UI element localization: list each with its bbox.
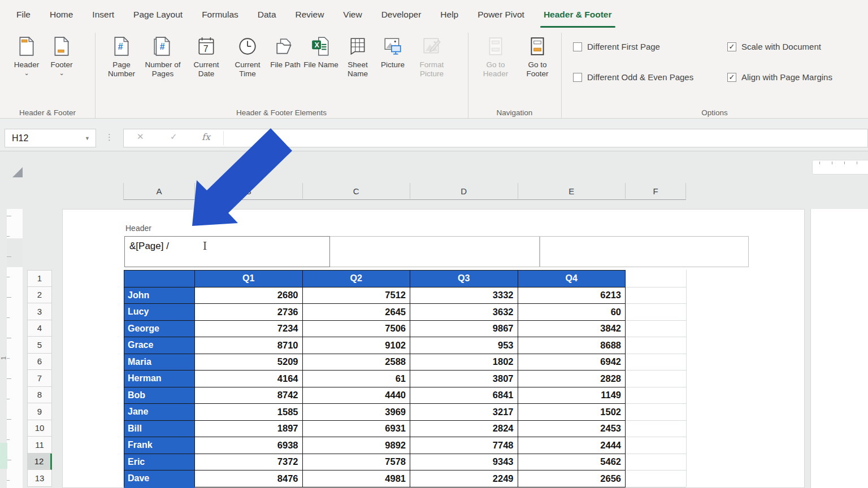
value-cell[interactable]: 2680 <box>195 287 303 304</box>
value-cell[interactable]: 6942 <box>518 354 626 371</box>
value-cell[interactable]: 9867 <box>410 321 518 338</box>
value-cell[interactable]: 2656 <box>518 470 626 487</box>
value-cell[interactable]: 6931 <box>303 421 411 438</box>
tab-formulas[interactable]: Formulas <box>194 0 246 29</box>
checkbox-box-icon[interactable] <box>573 73 582 82</box>
tab-help[interactable]: Help <box>432 0 466 29</box>
quarter-header[interactable]: Q1 <box>195 271 303 287</box>
value-cell[interactable]: 6213 <box>518 287 626 304</box>
checkbox-box-icon[interactable]: ✓ <box>727 42 736 51</box>
checkbox-box-icon[interactable] <box>573 42 582 51</box>
insert-function-icon[interactable]: fx <box>202 132 210 142</box>
value-cell[interactable]: 2736 <box>195 304 303 321</box>
formula-bar-handle[interactable]: ⋮ <box>105 132 114 142</box>
select-all-corner[interactable] <box>12 167 23 177</box>
tab-data[interactable]: Data <box>250 0 284 29</box>
row-header-10[interactable]: 10 <box>27 420 52 437</box>
value-cell[interactable]: 60 <box>518 304 626 321</box>
name-cell[interactable]: Frank <box>124 437 195 454</box>
tab-home[interactable]: Home <box>42 0 81 29</box>
page-number-button[interactable]: #Page Number <box>103 34 140 79</box>
value-cell[interactable]: 7234 <box>195 321 303 338</box>
name-cell[interactable]: Lucy <box>124 304 195 321</box>
file-path-button[interactable]: File Path <box>268 34 303 69</box>
column-header-f[interactable]: F <box>626 183 686 199</box>
value-cell[interactable]: 2453 <box>518 421 626 438</box>
row-header-3[interactable]: 3 <box>27 303 52 320</box>
row-header-8[interactable]: 8 <box>27 387 52 404</box>
header-section-center[interactable] <box>330 236 540 267</box>
value-cell[interactable]: 3969 <box>303 404 411 421</box>
value-cell[interactable]: 8688 <box>518 337 626 354</box>
row-header-6[interactable]: 6 <box>27 354 52 371</box>
value-cell[interactable]: 3807 <box>410 371 518 387</box>
value-cell[interactable]: 1897 <box>195 421 303 438</box>
value-cell[interactable]: 3632 <box>410 304 518 321</box>
tab-header-footer[interactable]: Header & Footer <box>536 0 620 29</box>
checkbox-different-first-page[interactable]: Different First Page <box>573 42 660 51</box>
row-header-2[interactable]: 2 <box>27 287 52 304</box>
tab-view[interactable]: View <box>335 0 370 29</box>
column-header-a[interactable]: A <box>123 183 195 199</box>
row-header-13[interactable]: 13 <box>27 470 52 487</box>
value-cell[interactable]: 7512 <box>303 287 411 304</box>
row-header-11[interactable]: 11 <box>27 437 52 454</box>
value-cell[interactable]: 1502 <box>518 404 626 421</box>
checkbox-different-odd-even-pages[interactable]: Different Odd & Even Pages <box>573 72 693 82</box>
quarter-header[interactable]: Q3 <box>410 271 518 287</box>
name-cell[interactable]: Jane <box>124 404 195 421</box>
value-cell[interactable]: 2824 <box>410 421 518 438</box>
footer-button[interactable]: Footer⌄ <box>44 34 79 75</box>
column-header-d[interactable]: D <box>410 183 518 199</box>
go-to-footer-button[interactable]: Go to Footer <box>518 34 557 79</box>
name-cell[interactable]: Maria <box>124 354 195 371</box>
tab-insert[interactable]: Insert <box>84 0 122 29</box>
value-cell[interactable]: 4440 <box>303 387 411 404</box>
number-of-pages-button[interactable]: #Number of Pages <box>140 34 185 79</box>
tab-power-pivot[interactable]: Power Pivot <box>470 0 532 29</box>
value-cell[interactable]: 4981 <box>303 470 411 487</box>
checkbox-scale-with-document[interactable]: ✓Scale with Document <box>727 42 821 51</box>
tab-file[interactable]: File <box>8 0 38 29</box>
row-header-7[interactable]: 7 <box>27 370 52 387</box>
column-header-c[interactable]: C <box>303 183 411 199</box>
value-cell[interactable]: 1802 <box>410 354 518 371</box>
corner-cell[interactable] <box>124 271 195 287</box>
value-cell[interactable]: 8476 <box>195 470 303 487</box>
tab-review[interactable]: Review <box>288 0 332 29</box>
name-box-caret-icon[interactable]: ▼ <box>85 136 90 141</box>
name-cell[interactable]: Herman <box>124 371 195 387</box>
name-cell[interactable]: Bob <box>124 387 195 404</box>
value-cell[interactable]: 5209 <box>195 354 303 371</box>
value-cell[interactable]: 6938 <box>195 437 303 454</box>
name-cell[interactable]: Eric <box>124 454 195 471</box>
name-cell[interactable]: John <box>124 287 195 304</box>
name-cell[interactable]: Dave <box>124 470 195 487</box>
tab-page-layout[interactable]: Page Layout <box>125 0 190 29</box>
column-header-e[interactable]: E <box>518 183 626 199</box>
row-header-1[interactable]: 1 <box>27 270 52 287</box>
row-header-5[interactable]: 5 <box>27 337 52 354</box>
value-cell[interactable]: 9102 <box>303 337 411 354</box>
header-button[interactable]: Header⌄ <box>9 34 44 75</box>
quarter-header[interactable]: Q2 <box>303 271 411 287</box>
value-cell[interactable]: 61 <box>303 371 411 387</box>
value-cell[interactable]: 4164 <box>195 371 303 387</box>
value-cell[interactable]: 3217 <box>410 404 518 421</box>
value-cell[interactable]: 3332 <box>410 287 518 304</box>
quarter-header[interactable]: Q4 <box>518 271 626 287</box>
picture-button[interactable]: Picture <box>376 34 409 69</box>
sheet-name-button[interactable]: Sheet Name <box>339 34 376 79</box>
checkbox-box-icon[interactable]: ✓ <box>727 73 736 82</box>
value-cell[interactable]: 953 <box>410 337 518 354</box>
tab-developer[interactable]: Developer <box>374 0 429 29</box>
row-header-9[interactable]: 9 <box>27 403 52 420</box>
name-cell[interactable]: George <box>124 321 195 338</box>
value-cell[interactable]: 7748 <box>410 437 518 454</box>
value-cell[interactable]: 2444 <box>518 437 626 454</box>
value-cell[interactable]: 7372 <box>195 454 303 471</box>
header-section-right[interactable] <box>540 236 749 267</box>
value-cell[interactable]: 5462 <box>518 454 626 471</box>
value-cell[interactable]: 2588 <box>303 354 411 371</box>
name-cell[interactable]: Bill <box>124 421 195 438</box>
